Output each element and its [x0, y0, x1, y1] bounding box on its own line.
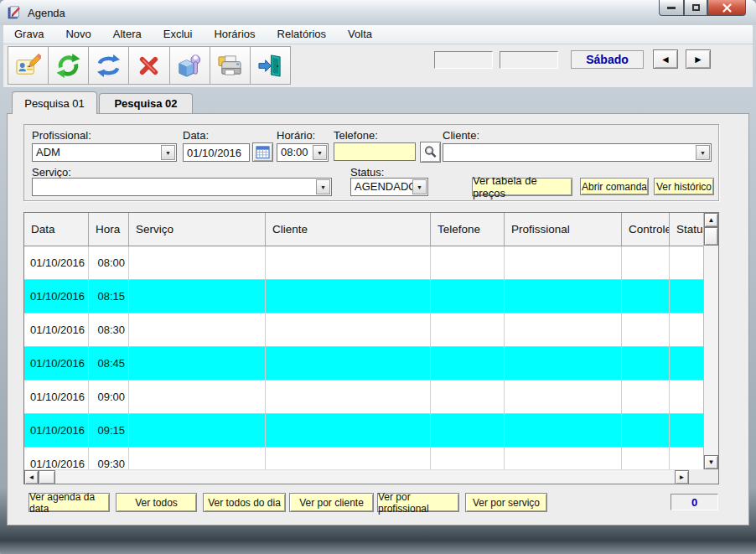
topbar-field-2[interactable]: [500, 51, 558, 69]
cell-status: [670, 414, 703, 448]
tools-icon[interactable]: [170, 47, 210, 84]
cell-status: [670, 448, 703, 469]
ver-por-servico-button[interactable]: Ver por serviço: [465, 493, 547, 512]
calendar-icon: [256, 145, 270, 159]
cell-hora: 09:15: [89, 414, 129, 448]
next-icon: ►: [693, 54, 703, 65]
table-row[interactable]: 01/10/2016 08:30: [24, 313, 703, 347]
vertical-scrollbar[interactable]: ▲ ▼: [703, 213, 718, 469]
column-header-controle[interactable]: Controle: [622, 213, 670, 246]
cell-telefone: [431, 414, 505, 448]
menu-novo[interactable]: Novo: [54, 25, 101, 44]
table-row[interactable]: 01/10/2016 08:15: [24, 280, 703, 313]
cell-data: 01/10/2016: [24, 246, 89, 280]
cliente-label: Cliente:: [443, 129, 479, 142]
scroll-up-icon[interactable]: ▲: [704, 213, 718, 227]
column-header-data[interactable]: Data: [24, 213, 89, 246]
cell-hora: 08:45: [89, 347, 129, 381]
cell-cliente: [266, 414, 431, 448]
status-value: AGENDADO: [355, 179, 417, 195]
table-row[interactable]: 01/10/2016 09:15: [24, 414, 703, 448]
prev-day-button[interactable]: ◄: [653, 49, 678, 69]
table-row[interactable]: 01/10/2016 09:00: [24, 381, 703, 414]
column-header-status[interactable]: Status: [670, 213, 703, 246]
cell-profissional: [505, 347, 622, 381]
minimize-icon[interactable]: [659, 0, 684, 16]
horizontal-scroll-thumb[interactable]: [39, 470, 55, 484]
exit-icon[interactable]: [251, 47, 290, 84]
ver-por-profissional-button[interactable]: Ver por profissional: [377, 493, 459, 512]
edit-record-icon[interactable]: [8, 47, 49, 84]
cell-servico: [129, 246, 266, 280]
table-row[interactable]: 01/10/2016 08:45: [24, 347, 703, 381]
cell-data: 01/10/2016: [24, 381, 89, 414]
abrir-comanda-button[interactable]: Abrir comanda: [580, 178, 649, 195]
cell-profissional: [505, 280, 622, 313]
chevron-down-icon[interactable]: ▼: [696, 145, 710, 160]
table-row[interactable]: 01/10/2016 08:00: [24, 246, 703, 280]
chevron-down-icon[interactable]: ▼: [412, 179, 427, 194]
ver-todos-button[interactable]: Ver todos: [116, 493, 197, 512]
column-header-profissional[interactable]: Profissional: [505, 213, 622, 246]
horario-combobox[interactable]: 08:00 ▼: [277, 143, 329, 162]
titlebar[interactable]: Agenda: [0, 0, 756, 25]
tab-pesquisa-02[interactable]: Pesquisa 02: [99, 93, 193, 113]
menu-exclui[interactable]: Exclui: [153, 25, 204, 44]
data-input[interactable]: [183, 143, 250, 162]
column-header-hora[interactable]: Hora: [89, 213, 129, 246]
calendar-button[interactable]: [252, 142, 273, 162]
cell-controle: [622, 414, 670, 448]
cell-controle: [622, 381, 670, 414]
horizontal-scroll-track[interactable]: [55, 470, 675, 484]
cell-servico: [129, 280, 266, 313]
column-header-cliente[interactable]: Cliente: [266, 213, 431, 246]
print-icon[interactable]: [210, 47, 251, 84]
delete-icon[interactable]: [129, 47, 169, 84]
sync-icon[interactable]: [89, 47, 129, 84]
ver-historico-button[interactable]: Ver histórico: [654, 178, 714, 195]
servico-combobox[interactable]: ▼: [32, 178, 332, 196]
menu-horarios[interactable]: Horários: [203, 25, 266, 44]
cell-servico: [129, 347, 266, 381]
table-row[interactable]: 01/10/2016 09:30: [24, 448, 703, 469]
chevron-down-icon[interactable]: ▼: [313, 145, 327, 160]
cell-telefone: [431, 313, 505, 347]
ver-por-cliente-button[interactable]: Ver por cliente: [289, 493, 374, 512]
cliente-combobox[interactable]: ▼: [443, 143, 712, 162]
menu-relatorios[interactable]: Relatórios: [267, 25, 338, 44]
ver-tabela-precos-button[interactable]: Ver tabela de preços: [472, 178, 572, 196]
column-header-servico[interactable]: Serviço: [129, 213, 266, 246]
cell-telefone: [431, 246, 505, 280]
search-button[interactable]: [420, 142, 441, 163]
horizontal-scrollbar[interactable]: ◄ ►: [24, 469, 689, 484]
column-header-telefone[interactable]: Telefone: [431, 213, 505, 246]
chevron-down-icon[interactable]: ▼: [316, 179, 330, 194]
ver-todos-do-dia-button[interactable]: Ver todos do dia: [203, 493, 286, 512]
ver-agenda-da-data-button[interactable]: Ver agenda da data: [28, 493, 110, 512]
scroll-left-icon[interactable]: ◄: [24, 470, 39, 484]
cell-servico: [129, 414, 266, 448]
refresh-icon[interactable]: [49, 47, 89, 84]
record-counter: 0: [671, 494, 718, 510]
telefone-input[interactable]: [334, 142, 416, 161]
next-day-button[interactable]: ►: [686, 49, 711, 69]
profissional-value: ADM: [36, 144, 60, 161]
status-combobox[interactable]: AGENDADO ▼: [350, 178, 428, 196]
topbar-field-1[interactable]: [434, 51, 493, 69]
chevron-down-icon[interactable]: ▼: [161, 145, 175, 160]
maximize-icon[interactable]: [684, 0, 707, 16]
scroll-down-icon[interactable]: ▼: [704, 455, 718, 469]
scroll-right-icon[interactable]: ►: [675, 470, 689, 484]
menu-volta[interactable]: Volta: [337, 25, 383, 44]
cell-hora: 08:15: [89, 280, 129, 313]
close-icon[interactable]: [707, 0, 746, 16]
cell-controle: [622, 246, 670, 280]
vertical-scroll-thumb[interactable]: [704, 227, 718, 246]
cell-cliente: [266, 313, 431, 347]
menu-altera[interactable]: Altera: [102, 25, 153, 44]
tab-pesquisa-01[interactable]: Pesquisa 01: [12, 91, 97, 114]
scrollbar-corner: [689, 469, 718, 484]
profissional-combobox[interactable]: ADM ▼: [32, 143, 177, 162]
agenda-app-icon: [8, 5, 23, 20]
menu-grava[interactable]: Grava: [3, 25, 54, 44]
